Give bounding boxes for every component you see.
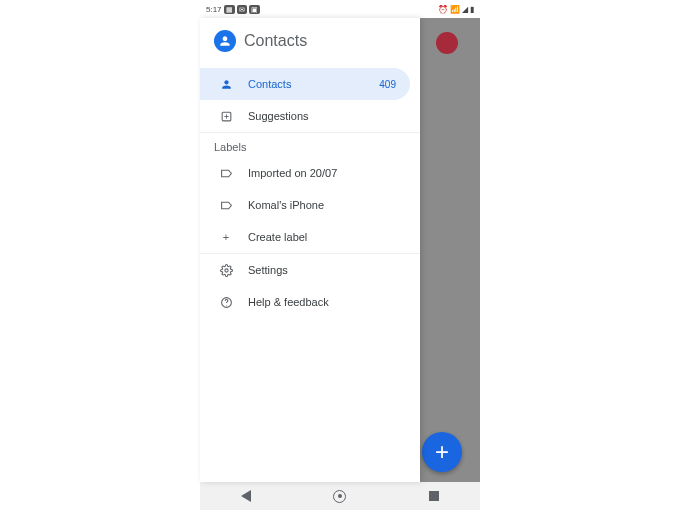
drawer-header: Contacts [200, 18, 420, 62]
nav-item-contacts[interactable]: Contacts 409 [200, 68, 410, 100]
nav-item-help[interactable]: Help & feedback [200, 286, 420, 318]
battery-icon: ▮ [470, 5, 474, 14]
label-icon [218, 199, 234, 212]
nav-back-button[interactable] [241, 490, 251, 502]
back-icon [241, 490, 251, 502]
nav-item-suggestions[interactable]: Suggestions [200, 100, 420, 132]
svg-point-1 [224, 268, 227, 271]
nav-item-settings[interactable]: Settings [200, 254, 420, 286]
help-icon [218, 296, 234, 309]
status-app-icon-2: ✉ [237, 5, 247, 14]
nav-home-button[interactable] [333, 490, 346, 503]
nav-recent-button[interactable] [429, 491, 439, 501]
nav-item-label: Help & feedback [248, 296, 406, 308]
system-nav-bar [200, 482, 480, 510]
nav-item-label: Komal's iPhone [248, 199, 406, 211]
label-icon [218, 167, 234, 180]
nav-item-label: Suggestions [248, 110, 406, 122]
alarm-icon: ⏰ [438, 5, 448, 14]
svg-point-3 [226, 304, 227, 305]
recent-icon [429, 491, 439, 501]
nav-item-create-label[interactable]: + Create label [200, 221, 420, 253]
status-app-icon-1: ▦ [224, 5, 235, 14]
status-app-icon-3: ▣ [249, 5, 260, 14]
plus-icon: + [218, 231, 234, 243]
drawer-title: Contacts [244, 32, 307, 50]
contacts-logo-icon [214, 30, 236, 52]
contacts-count: 409 [379, 79, 396, 90]
signal-icon: ◢ [462, 5, 468, 14]
avatar[interactable] [436, 32, 458, 54]
plus-icon: + [435, 440, 449, 464]
suggestions-icon [218, 110, 234, 123]
nav-item-label[interactable]: Komal's iPhone [200, 189, 420, 221]
nav-item-label: Imported on 20/07 [248, 167, 406, 179]
person-icon [218, 78, 234, 91]
wifi-icon: 📶 [450, 5, 460, 14]
nav-item-label: Settings [248, 264, 406, 276]
home-icon [333, 490, 346, 503]
nav-item-label: Create label [248, 231, 406, 243]
nav-item-label: Contacts [248, 78, 379, 90]
nav-item-label[interactable]: Imported on 20/07 [200, 157, 420, 189]
status-time: 5:17 [206, 5, 222, 14]
phone-frame: 5:17 ▦ ✉ ▣ ⏰ 📶 ◢ ▮ + Contacts [200, 0, 480, 510]
labels-section-heading: Labels [200, 133, 420, 157]
gear-icon [218, 264, 234, 277]
fab-add-contact[interactable]: + [422, 432, 462, 472]
nav-drawer: Contacts Contacts 409 Suggestions Labels [200, 18, 420, 482]
status-bar: 5:17 ▦ ✉ ▣ ⏰ 📶 ◢ ▮ [200, 0, 480, 18]
